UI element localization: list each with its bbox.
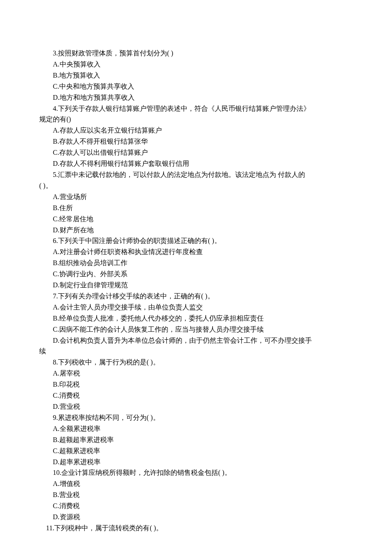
q7-stem: 7.下列有关办理会计移交手续的表述中，正确的有( )。: [39, 291, 353, 302]
q9-option-b: B.超额超率累进税率: [39, 434, 353, 445]
q3-option-b: B.地方预算收入: [39, 70, 353, 81]
q6-stem: 6.下列关于中国注册会计师协会的职责描述正确的有( )。: [39, 235, 353, 246]
q5-continuation: ( )。: [39, 180, 353, 191]
q8-stem: 8.下列税收中，属于行为税的是( )。: [39, 357, 353, 368]
q3-stem: 3.按照财政管理体质，预算首付划分为( ): [39, 48, 353, 59]
q8-option-c: C.消费税: [39, 390, 353, 401]
q5-option-c: C.经常居住地: [39, 214, 353, 225]
q8-option-a: A.屠宰税: [39, 368, 353, 379]
q7-option-a: A.会计主管人员办理交接手续，由单位负责人监交: [39, 302, 353, 313]
q6-option-b: B.组织推动会员培训工作: [39, 257, 353, 269]
q4-continuation: 规定的有(): [39, 114, 353, 125]
q7-option-b: B.经单位负责人批准，委托他人代办移交的，委托人仍应承担相应责任: [39, 313, 353, 324]
q4-option-b: B.存款人不得开租银行结算张华: [39, 136, 353, 147]
q7-tail: 续: [39, 346, 353, 357]
q10-stem: 10.企业计算应纳税所得额时，允许扣除的销售税金包括( )。: [39, 467, 353, 478]
q4-option-d: D.存款人不得利用银行结算账户套取银行信用: [39, 158, 353, 169]
q3-option-a: A.中央预算收入: [39, 59, 353, 70]
q4-stem: 4.下列关于存款人银行结算账户管理的表述中，符合《人民币银行结算账户管理办法》: [39, 103, 353, 114]
q7-option-c: C.因病不能工作的会计人员恢复工作的，应当与接替人员办理交接手续: [39, 324, 353, 335]
q8-option-d: D.营业税: [39, 401, 353, 412]
q8-option-b: B.印花税: [39, 379, 353, 390]
q9-stem: 9.累进税率按结构不同，可分为( )。: [39, 412, 353, 423]
q9-option-c: C.超额累进税率: [39, 445, 353, 457]
q10-option-a: A.增值税: [39, 478, 353, 489]
q3-option-d: D.地方和地方预算共享收入: [39, 92, 353, 103]
q6-option-a: A.对注册会计师任职资格和执业情况进行年度检查: [39, 246, 353, 257]
q10-option-c: C.消费税: [39, 500, 353, 512]
q6-option-d: D.制定行业自律管理规范: [39, 280, 353, 291]
q10-option-b: B.营业税: [39, 489, 353, 500]
q5-stem: 5.汇票中未记载付款地的，可以付款人的法定地点为付款地。该法定地点为 付款人的: [39, 169, 353, 180]
q11-stem: 11.下列税种中，属于流转税类的有( )。: [39, 523, 353, 534]
q4-option-c: C.存款人可以出借银行结算账户: [39, 147, 353, 158]
q7-option-d: D.会计机构负责人晋升为本单位总会计师的，由于仍然主管会计工作，可不办理交接手: [39, 335, 353, 346]
q6-option-c: C.协调行业内、外部关系: [39, 269, 353, 280]
q5-option-b: B.住所: [39, 202, 353, 214]
q3-option-c: C.中央和地方预算共享收入: [39, 81, 353, 92]
q9-option-a: A.全额累进税率: [39, 423, 353, 434]
q4-option-a: A.存款人应以实名开立银行结算账户: [39, 125, 353, 136]
q5-option-d: D.财产所在地: [39, 225, 353, 236]
q5-option-a: A.营业场所: [39, 191, 353, 202]
q10-option-d: D.资源税: [39, 512, 353, 523]
q9-option-d: D.超率累进税率: [39, 457, 353, 468]
